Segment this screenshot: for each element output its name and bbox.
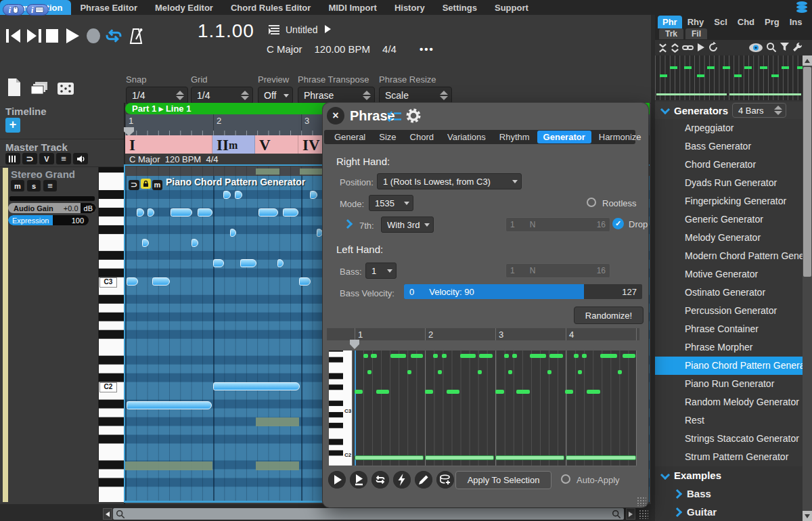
stop-button[interactable] <box>45 27 60 45</box>
audio-gain-control[interactable]: Audio Gain +0.0 dB <box>8 203 96 213</box>
stepper-arrows[interactable] <box>440 91 448 100</box>
generator-item-bass-generator[interactable]: Bass Generator <box>655 137 803 156</box>
more-options-button[interactable]: ••• <box>420 43 434 55</box>
menu-tab-midi-import[interactable]: MIDI Import <box>319 0 386 15</box>
edit-pencil-button[interactable] <box>415 471 432 489</box>
preview-bass-note[interactable] <box>355 455 424 460</box>
midi-note[interactable] <box>127 401 212 409</box>
filter-icon[interactable] <box>780 42 790 52</box>
save-to-database-button[interactable] <box>436 471 454 489</box>
panel-scrollbar[interactable] <box>803 55 812 521</box>
collapse-all-icon[interactable] <box>658 43 668 53</box>
auto-apply-radio[interactable] <box>561 474 570 484</box>
scroll-left-button[interactable] <box>103 508 112 520</box>
stepper-arrows[interactable] <box>363 91 371 100</box>
scroll-down-button[interactable] <box>803 511 812 521</box>
menu-tab-chord-rules-editor[interactable]: Chord Rules Editor <box>222 0 319 15</box>
generator-item-strings-staccato-generator[interactable]: Strings Staccato Generator <box>655 430 803 448</box>
zoom-in-icon[interactable] <box>612 509 621 519</box>
generator-item-piano-run-generator[interactable]: Piano Run Generator <box>655 375 803 393</box>
midi-note[interactable] <box>317 229 323 237</box>
skip-to-end-button[interactable] <box>26 27 42 45</box>
stepper-arrows[interactable] <box>176 91 184 100</box>
midi-note[interactable] <box>310 191 317 199</box>
parts-stack-icon[interactable] <box>30 81 49 96</box>
search-icon[interactable] <box>766 42 777 53</box>
dialog-tab-generator[interactable]: Generator <box>537 131 591 143</box>
preview-loop-button[interactable] <box>371 471 389 489</box>
menu-icon[interactable]: ≡ <box>56 153 71 164</box>
track-name[interactable]: Stereo Grand <box>11 168 75 180</box>
chevron-down-icon[interactable] <box>660 470 670 479</box>
panel-tab-chd[interactable]: Chd <box>733 16 759 28</box>
song-list-icon[interactable] <box>268 24 280 35</box>
link-icon[interactable] <box>682 43 694 52</box>
add-timeline-button[interactable]: + <box>5 118 20 133</box>
preview-select[interactable]: Off <box>258 87 293 104</box>
generator-item-dyads-run-generator[interactable]: Dyads Run Generator <box>655 174 803 192</box>
generator-item-percussion-generator[interactable]: Percussion Generator <box>655 302 803 320</box>
panel-tab-prg[interactable]: Prg <box>760 16 784 28</box>
checklist-icon[interactable] <box>386 110 403 122</box>
new-file-icon[interactable] <box>7 78 22 97</box>
scrollbar-thumb[interactable] <box>803 67 811 277</box>
midi-note[interactable] <box>213 382 300 390</box>
play-button[interactable] <box>65 27 80 45</box>
preview-keyboard[interactable]: C3 C2 <box>329 350 352 466</box>
wrench-icon[interactable] <box>792 42 803 52</box>
chevron-down-icon[interactable] <box>660 105 670 114</box>
flash-generate-button[interactable] <box>393 471 411 489</box>
menu-tab-history[interactable]: History <box>386 0 434 15</box>
drop-checkbox[interactable]: ✓ <box>612 218 624 229</box>
mute-button[interactable]: m <box>11 180 24 191</box>
expression-control[interactable]: Expression 100 <box>8 215 89 225</box>
horizontal-scrollbar[interactable] <box>113 508 624 520</box>
close-icon[interactable]: × <box>327 107 344 124</box>
panel-subtab-fil[interactable]: Fil <box>685 28 707 39</box>
track-menu-button[interactable]: ≡ <box>43 180 57 191</box>
song-tempo[interactable]: 120.00 BPM <box>315 43 371 55</box>
database-icon[interactable] <box>794 1 809 14</box>
midi-note[interactable] <box>191 239 198 247</box>
solo-button[interactable]: s <box>27 180 41 191</box>
dialog-tab-chord[interactable]: Chord <box>404 131 440 143</box>
metronome-icon[interactable] <box>127 27 145 46</box>
preview-play-selection-button[interactable] <box>350 471 367 489</box>
generator-item-random-melody-generator[interactable]: Random Melody Generator <box>655 393 803 411</box>
dialog-tab-variations[interactable]: Variations <box>441 131 492 143</box>
song-name[interactable]: Untitled <box>286 24 317 35</box>
bass-select[interactable]: 1 <box>365 263 397 279</box>
midi-note[interactable] <box>137 208 144 217</box>
menu-tab-melody-editor[interactable]: Melody Editor <box>146 0 222 15</box>
keyboard-help-button[interactable]: i <box>26 4 49 16</box>
generator-item-strum-pattern-generator[interactable]: Strum Pattern Generator <box>655 448 803 466</box>
dialog-tab-harmonize[interactable]: Harmonize <box>593 131 648 143</box>
mode-select[interactable]: 1535 <box>369 195 413 211</box>
menu-tab-support[interactable]: Support <box>486 0 537 15</box>
phrase-title[interactable]: Piano Chord Pattern Generator <box>166 177 305 187</box>
panel-tab-rhy[interactable]: Rhy <box>683 16 709 28</box>
dialog-resize-grip[interactable] <box>637 497 646 506</box>
song-meter[interactable]: 4/4 <box>382 43 397 55</box>
generator-item-ostinato-generator[interactable]: Ostinato Generator <box>655 284 803 302</box>
midi-note[interactable] <box>198 208 212 217</box>
midi-note[interactable] <box>223 191 231 199</box>
midi-note[interactable] <box>213 259 224 267</box>
preview-bass-note[interactable] <box>495 455 564 460</box>
generator-item-piano-chord-pattern-generator[interactable]: Piano Chord Pattern Generator <box>655 357 803 375</box>
midi-note[interactable] <box>299 277 311 286</box>
song-key[interactable]: C Major <box>267 43 302 55</box>
magnet-icon[interactable]: ⊃ <box>22 153 37 164</box>
midi-note[interactable] <box>277 259 284 267</box>
lock-icon[interactable] <box>141 179 151 189</box>
phrase-transpose-select[interactable]: Phrase <box>298 87 375 104</box>
position-select[interactable]: 1 (Root Is Lowest, from C3) <box>377 173 522 189</box>
examples-header[interactable]: Examples <box>655 466 803 484</box>
stepper-arrows[interactable] <box>774 106 782 115</box>
panel-tab-scl[interactable]: Scl <box>709 16 732 28</box>
preview-play-button[interactable] <box>328 471 346 489</box>
midi-note[interactable] <box>148 208 154 217</box>
expand-all-icon[interactable] <box>670 43 680 53</box>
dialog-tab-rhythm[interactable]: Rhythm <box>493 131 536 143</box>
panel-subtab-trk[interactable]: Trk <box>659 28 683 39</box>
